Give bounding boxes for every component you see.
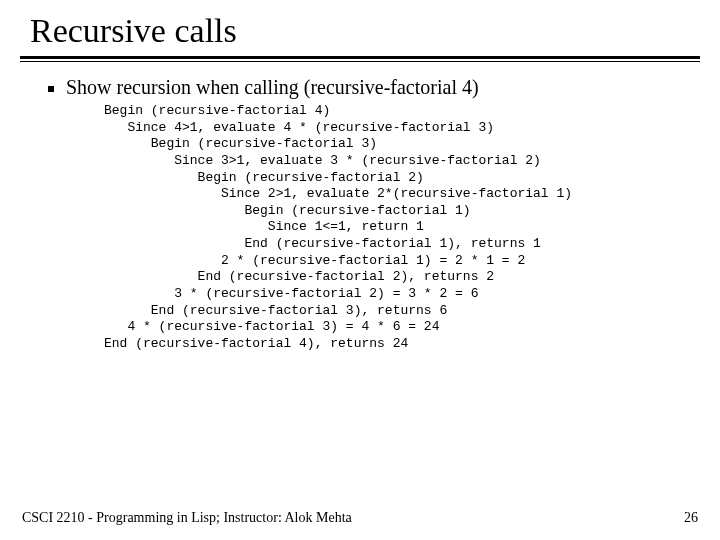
footer-left: CSCI 2210 - Programming in Lisp; Instruc… bbox=[22, 510, 352, 526]
page-number: 26 bbox=[684, 510, 698, 526]
title-rule-thin bbox=[20, 61, 700, 62]
bullet-text: Show recursion when calling (recursive-f… bbox=[66, 76, 479, 99]
slide: Recursive calls Show recursion when call… bbox=[0, 0, 720, 540]
title-rule-thick bbox=[20, 56, 700, 59]
bullet-item: Show recursion when calling (recursive-f… bbox=[48, 76, 700, 99]
footer: CSCI 2210 - Programming in Lisp; Instruc… bbox=[0, 510, 720, 526]
bullet-icon bbox=[48, 86, 54, 92]
slide-title: Recursive calls bbox=[30, 12, 700, 50]
code-trace: Begin (recursive-factorial 4) Since 4>1,… bbox=[104, 103, 700, 352]
